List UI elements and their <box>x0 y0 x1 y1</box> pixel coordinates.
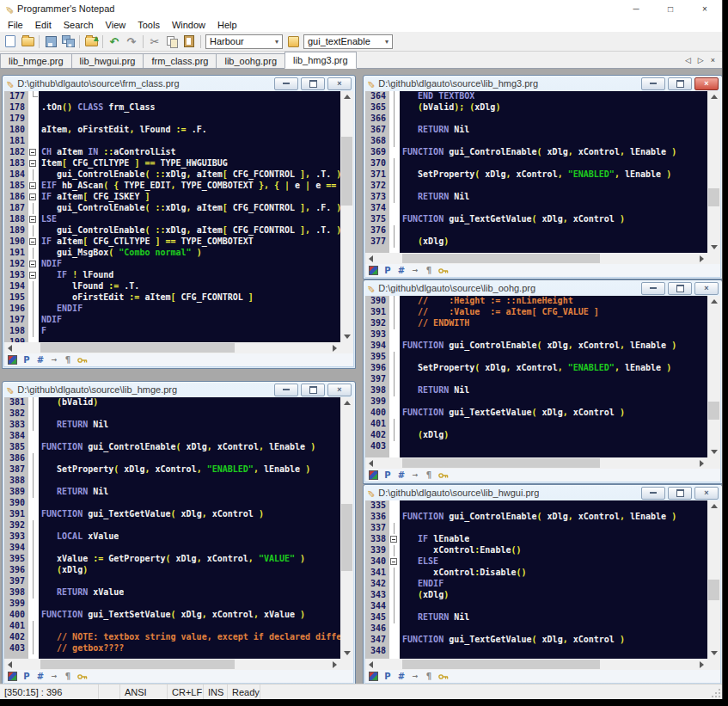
hscroll-track[interactable] <box>15 342 329 353</box>
line-numbers-icon[interactable]: # <box>397 267 406 275</box>
fold-box-icon[interactable] <box>28 270 39 281</box>
whitespace-icon[interactable]: → <box>411 267 419 274</box>
restore-button[interactable] <box>301 384 325 396</box>
horizontal-scrollbar[interactable] <box>4 342 340 353</box>
code-editor[interactable]: 390 // :Height := ::nLineHeight391 // :V… <box>365 296 707 457</box>
scroll-left-arrow[interactable] <box>365 253 376 264</box>
whitespace-icon[interactable]: → <box>411 472 419 479</box>
write-protect-icon[interactable] <box>77 673 88 680</box>
tab-frm_class-prg[interactable]: frm_class.prg <box>143 53 217 68</box>
save-all-icon[interactable] <box>59 34 76 49</box>
code-editor[interactable]: 364 END TEXTBOX365 (bValid); (xDlg)36636… <box>365 91 707 253</box>
restore-button[interactable] <box>668 282 692 295</box>
hscroll-thumb[interactable] <box>402 458 601 468</box>
minimize-button[interactable] <box>274 77 298 90</box>
minimize-button[interactable] <box>274 384 298 396</box>
tab-lib_hwgui-prg[interactable]: lib_hwgui.prg <box>71 53 144 68</box>
line-numbers-icon[interactable]: # <box>36 356 45 365</box>
hscroll-thumb[interactable] <box>402 660 601 669</box>
child-title-bar[interactable]: ✎D:\github\dlgauto\source\lib_hwgui.prg× <box>364 485 722 500</box>
vertical-scrollbar[interactable] <box>707 91 720 253</box>
menu-window[interactable]: Window <box>166 19 211 31</box>
scroll-right-arrow[interactable] <box>329 659 340 670</box>
vertical-scrollbar[interactable] <box>707 296 720 457</box>
scroll-down-arrow[interactable] <box>340 648 353 659</box>
scroll-left-arrow[interactable] <box>4 659 15 670</box>
close-button[interactable]: × <box>327 384 352 396</box>
tab-lib_hmge-prg[interactable]: lib_hmge.prg <box>0 53 72 68</box>
menu-edit[interactable]: Edit <box>29 19 58 31</box>
save-icon[interactable] <box>42 34 59 49</box>
hscroll-track[interactable] <box>376 253 696 264</box>
word-wrap-icon[interactable]: P <box>22 672 31 681</box>
menu-tools[interactable]: Tools <box>132 19 166 31</box>
menu-help[interactable]: Help <box>211 19 243 31</box>
vscroll-track[interactable] <box>707 512 720 648</box>
scroll-tabs-right-icon[interactable]: ▷ <box>698 56 704 64</box>
whitespace-icon[interactable]: → <box>50 673 58 680</box>
vscroll-track[interactable] <box>340 408 353 648</box>
line-numbers-icon[interactable]: # <box>397 672 406 681</box>
close-tab-icon[interactable]: × <box>711 56 715 64</box>
scroll-tabs-left-icon[interactable]: ◁ <box>685 56 691 64</box>
minimize-button[interactable]: ─ <box>619 0 653 17</box>
undo-icon[interactable]: ↶ <box>106 34 123 49</box>
scroll-right-arrow[interactable] <box>696 659 707 670</box>
word-wrap-icon[interactable]: P <box>22 356 31 365</box>
hscroll-thumb[interactable] <box>40 343 235 353</box>
scroll-down-arrow[interactable] <box>340 331 353 342</box>
close-button[interactable]: × <box>694 487 719 500</box>
scheme-icon[interactable] <box>369 672 378 681</box>
fold-box-icon[interactable] <box>389 534 400 545</box>
fold-box-icon[interactable] <box>28 192 39 203</box>
write-protect-icon[interactable] <box>438 472 449 479</box>
scheme-icon[interactable] <box>369 266 378 275</box>
vscroll-track[interactable] <box>707 307 720 446</box>
word-wrap-icon[interactable]: P <box>383 471 392 480</box>
restore-button[interactable] <box>668 77 692 90</box>
minimize-button[interactable] <box>641 282 665 295</box>
eol-markers-icon[interactable]: ¶ <box>425 672 433 681</box>
menu-search[interactable]: Search <box>58 19 100 31</box>
code-editor[interactable]: 177178.tOn() CLASS frm_Class179180aItem,… <box>4 91 340 342</box>
scroll-up-arrow[interactable] <box>340 397 353 408</box>
hscroll-track[interactable] <box>376 659 696 670</box>
line-numbers-icon[interactable]: # <box>36 672 45 681</box>
scroll-left-arrow[interactable] <box>365 659 376 670</box>
open-file-icon[interactable] <box>19 34 36 49</box>
vscroll-thumb[interactable] <box>341 504 352 571</box>
paste-icon[interactable] <box>180 34 198 49</box>
scroll-left-arrow[interactable] <box>365 457 376 469</box>
horizontal-scrollbar[interactable] <box>365 659 707 670</box>
minimize-button[interactable] <box>641 487 665 500</box>
redo-icon[interactable]: ↷ <box>123 34 140 49</box>
vertical-scrollbar[interactable] <box>340 91 353 342</box>
maximize-button[interactable]: □ <box>653 0 688 17</box>
eol-markers-icon[interactable]: ¶ <box>64 356 72 365</box>
tab-lib_hmg3-prg[interactable]: lib_hmg3.prg <box>284 52 357 69</box>
whitespace-icon[interactable]: → <box>411 673 419 680</box>
hscroll-thumb[interactable] <box>40 660 235 669</box>
fold-box-icon[interactable] <box>28 158 39 169</box>
scroll-up-arrow[interactable] <box>707 500 720 512</box>
close-button[interactable]: × <box>694 282 719 295</box>
scroll-right-arrow[interactable] <box>329 342 340 353</box>
fold-box-icon[interactable] <box>389 556 400 568</box>
vscroll-track[interactable] <box>707 102 720 242</box>
word-wrap-icon[interactable]: P <box>383 672 392 681</box>
vscroll-thumb[interactable] <box>708 580 719 600</box>
eol-markers-icon[interactable]: ¶ <box>425 267 433 275</box>
write-protect-icon[interactable] <box>438 673 449 680</box>
scheme-icon[interactable] <box>8 672 17 681</box>
scroll-down-arrow[interactable] <box>707 446 720 457</box>
child-title-bar[interactable]: ✎D:\github\dlgauto\source\lib_hmge.prg× <box>3 382 355 397</box>
scroll-up-arrow[interactable] <box>707 91 720 102</box>
scroll-right-arrow[interactable] <box>696 253 707 264</box>
close-button[interactable]: × <box>327 77 352 90</box>
fold-box-icon[interactable] <box>28 147 39 158</box>
scroll-down-arrow[interactable] <box>707 648 720 659</box>
tab-lib_oohg-prg[interactable]: lib_oohg.prg <box>216 53 285 68</box>
vscroll-track[interactable] <box>340 102 353 331</box>
vertical-scrollbar[interactable] <box>340 397 353 659</box>
restore-button[interactable] <box>668 487 692 500</box>
